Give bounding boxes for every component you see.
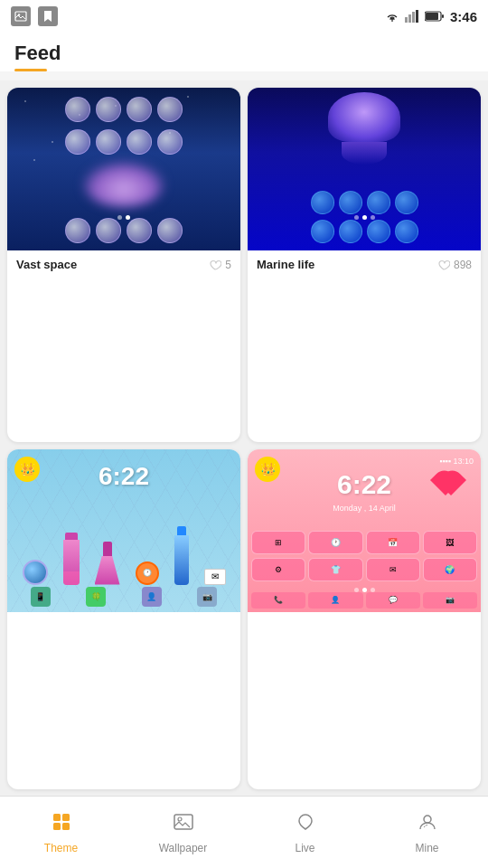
flask-container-1 [63, 533, 80, 585]
svg-rect-12 [62, 823, 70, 830]
marine-icon-row-bottom [248, 220, 481, 243]
svg-rect-5 [416, 10, 418, 23]
status-bar-right: 3:46 [385, 9, 477, 24]
icon-row-bottom [7, 218, 240, 243]
svg-rect-4 [412, 12, 415, 23]
heart-icon-2 [437, 259, 450, 271]
globe [23, 560, 48, 585]
pink-app-row-1: ⊞ 🕐 📅 🖼 [251, 531, 477, 554]
card-marine-life-likes: 898 [437, 259, 472, 271]
header: Feed [0, 33, 488, 71]
card-marine-life-footer: Marine life 898 [248, 250, 481, 278]
theme-icon [51, 811, 72, 838]
pink-crown-badge: 👑 [255, 457, 280, 482]
clock: 🕐 [136, 561, 159, 585]
bubble-7 [127, 129, 152, 155]
m-bubble-7 [367, 220, 390, 243]
m-bubble-1 [311, 191, 334, 214]
pink-app-row-3: 📞 👤 💬 📷 [251, 592, 477, 609]
m-bubble-4 [395, 191, 418, 214]
card-lab[interactable]: 👑 6:22 [7, 449, 240, 790]
hearts-decoration [437, 460, 466, 486]
card-vast-space-image [7, 88, 240, 250]
marine-bg [248, 88, 481, 250]
svg-rect-11 [53, 823, 61, 830]
live-icon [295, 811, 316, 838]
image-icon [11, 6, 31, 26]
nav-mine[interactable]: Mine [366, 797, 488, 868]
m-bubble-2 [339, 191, 362, 214]
card-marine-life[interactable]: Marine life 898 [248, 88, 481, 442]
svg-point-15 [424, 816, 431, 823]
jellyfish [328, 92, 400, 160]
nav-live[interactable]: Live [244, 797, 366, 868]
bookmark-icon [38, 6, 58, 26]
pink-time: 6:22 [337, 469, 391, 500]
mail-icon-sm: ✉ [204, 569, 226, 585]
card-pink-footer [248, 612, 481, 627]
title-underline [14, 69, 47, 71]
card-vast-space[interactable]: Vast space 5 [7, 88, 240, 442]
svg-rect-10 [62, 814, 70, 821]
marine-icon-row-mid [248, 191, 481, 214]
cloud-blob [83, 162, 164, 207]
wifi-icon [385, 11, 399, 22]
status-bar-left [11, 6, 58, 26]
card-vast-space-like-count: 5 [225, 259, 231, 271]
svg-rect-7 [426, 13, 438, 20]
bubble-2 [96, 97, 121, 122]
card-vast-space-footer: Vast space 5 [7, 250, 240, 278]
icon-row-mid [7, 129, 240, 155]
card-vast-space-likes: 5 [209, 259, 231, 271]
flask-container-2 [95, 542, 120, 585]
lab-crown-badge: 👑 [14, 457, 40, 482]
wallpaper-icon [173, 811, 194, 838]
card-marine-life-title: Marine life [257, 258, 314, 271]
lab-bottom-icons: 📱 🍀 👤 📷 [14, 587, 233, 607]
card-marine-life-like-count: 898 [454, 259, 472, 271]
card-lab-image: 👑 6:22 [7, 449, 240, 612]
bottom-nav: Theme Wallpaper Live Mine [0, 796, 488, 868]
status-bar: 3:46 [0, 0, 488, 33]
bubble-3 [127, 97, 152, 122]
m-bubble-6 [339, 220, 362, 243]
bubble-10 [96, 218, 121, 243]
pink-bg: 👑 ▪▪▪▪ 13:10 6:22 Monday , 14 April ⊞ 🕐 … [248, 449, 481, 612]
nav-wallpaper[interactable]: Wallpaper [122, 797, 244, 868]
status-time: 3:46 [450, 9, 477, 24]
bubble-1 [65, 97, 90, 122]
m-bubble-3 [367, 191, 390, 214]
bubble-8 [157, 129, 183, 155]
pink-date: Monday , 14 April [333, 504, 396, 513]
lab-time: 6:22 [99, 462, 149, 491]
lab-equipment: 🕐 ✉ [14, 526, 233, 585]
nav-theme[interactable]: Theme [0, 797, 122, 868]
card-pink-image: 👑 ▪▪▪▪ 13:10 6:22 Monday , 14 April ⊞ 🕐 … [248, 449, 481, 612]
svg-rect-8 [442, 14, 444, 18]
svg-rect-9 [53, 814, 61, 821]
page-title: Feed [14, 42, 474, 65]
card-vast-space-title: Vast space [16, 258, 77, 271]
vast-space-bg [7, 88, 240, 250]
m-bubble-8 [395, 220, 418, 243]
card-marine-life-image [248, 88, 481, 250]
bubble-9 [65, 218, 90, 243]
nav-theme-label: Theme [44, 842, 78, 854]
bubble-6 [96, 129, 121, 155]
bubble-12 [157, 218, 183, 243]
mine-icon [417, 811, 438, 838]
nav-live-label: Live [295, 842, 314, 854]
signal-icon [405, 10, 419, 23]
svg-rect-2 [405, 17, 408, 23]
heart-icon-1 [209, 259, 221, 271]
bubble-11 [127, 218, 152, 243]
nav-mine-label: Mine [415, 842, 438, 854]
lab-bg: 👑 6:22 [7, 449, 240, 612]
battery-icon [425, 11, 445, 22]
svg-point-14 [178, 817, 182, 821]
nav-wallpaper-label: Wallpaper [159, 842, 208, 854]
svg-rect-3 [408, 14, 411, 23]
card-pink[interactable]: 👑 ▪▪▪▪ 13:10 6:22 Monday , 14 April ⊞ 🕐 … [248, 449, 481, 790]
flask-container-3 [174, 526, 189, 585]
feed-grid: Vast space 5 [0, 80, 488, 797]
